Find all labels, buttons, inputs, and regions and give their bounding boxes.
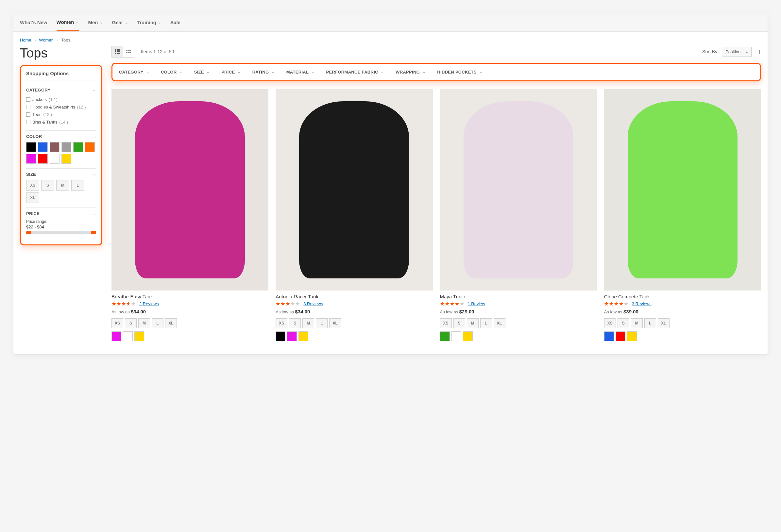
svg-rect-8 (118, 53, 120, 54)
color-swatch[interactable] (627, 331, 637, 341)
size-swatch[interactable]: L (480, 318, 492, 328)
sort-by-select[interactable]: Position (722, 47, 751, 57)
reviews-link[interactable]: 1 Review (468, 301, 485, 306)
color-swatch[interactable] (276, 331, 285, 341)
size-swatch[interactable]: XS (604, 318, 616, 328)
size-swatch[interactable]: S (453, 318, 465, 328)
size-swatch[interactable]: XS (26, 180, 39, 190)
color-swatch[interactable] (38, 142, 48, 152)
color-swatch[interactable] (50, 154, 59, 164)
product-name[interactable]: Chloe Compete Tank (604, 294, 761, 299)
category-option[interactable]: Bras & Tanks(14 ) (26, 118, 96, 126)
reviews-link[interactable]: 2 Reviews (139, 301, 159, 306)
chevron-down-icon: ⌄ (381, 70, 384, 74)
size-swatch[interactable]: M (302, 318, 314, 328)
size-swatch[interactable]: L (71, 180, 84, 190)
category-label: Bras & Tanks (32, 120, 57, 125)
hfilter-wrapping[interactable]: WRAPPING⌄ (396, 70, 425, 75)
hfilter-size[interactable]: SIZE⌄ (194, 70, 210, 75)
nav-item-training[interactable]: Training⌄ (137, 13, 161, 31)
hfilter-rating[interactable]: RATING⌄ (252, 70, 275, 75)
price-slider-handle-max[interactable] (91, 231, 96, 234)
hfilter-category[interactable]: CATEGORY⌄ (119, 70, 149, 75)
color-swatch[interactable] (26, 142, 36, 152)
view-mode-switcher (112, 46, 134, 57)
chevron-down-icon: ⌄ (158, 20, 161, 25)
product-name[interactable]: Maya Tunic (440, 294, 597, 299)
color-swatch[interactable] (61, 154, 71, 164)
size-swatch[interactable]: S (125, 318, 137, 328)
nav-item-sale[interactable]: Sale (170, 13, 180, 31)
color-swatch[interactable] (287, 331, 297, 341)
color-swatch[interactable] (85, 142, 95, 152)
hfilter-price[interactable]: PRICE⌄ (221, 70, 241, 75)
size-swatch[interactable]: S (618, 318, 629, 328)
size-swatch[interactable]: XL (165, 318, 177, 328)
size-swatch[interactable]: S (289, 318, 301, 328)
color-swatch[interactable] (134, 331, 144, 341)
category-option[interactable]: Jackets(12 ) (26, 96, 96, 103)
breadcrumb-home[interactable]: Home (20, 38, 31, 42)
product-image[interactable] (276, 89, 433, 291)
size-swatch[interactable]: S (41, 180, 54, 190)
category-option[interactable]: Hoodies & Sweatshirts(12 ) (26, 103, 96, 111)
size-swatch[interactable]: L (316, 318, 328, 328)
color-swatch[interactable] (38, 154, 48, 164)
chevron-up-icon: ︿ (92, 134, 96, 139)
color-swatch[interactable] (50, 142, 59, 152)
filter-toggle-category[interactable]: CATEGORY ︿ (26, 88, 96, 92)
color-swatch[interactable] (451, 331, 461, 341)
size-swatch[interactable]: XL (494, 318, 505, 328)
svg-rect-5 (118, 51, 120, 52)
color-swatch[interactable] (298, 331, 308, 341)
color-swatch[interactable] (616, 331, 625, 341)
filter-toggle-size[interactable]: SIZE ︿ (26, 172, 96, 177)
size-swatch[interactable]: M (138, 318, 150, 328)
size-swatch[interactable]: XL (329, 318, 341, 328)
hfilter-performance-fabric[interactable]: PERFORMANCE FABRIC⌄ (326, 70, 384, 75)
product-image[interactable] (112, 89, 269, 291)
hfilter-material[interactable]: MATERIAL⌄ (286, 70, 315, 75)
grid-view-button[interactable] (112, 46, 123, 57)
size-swatch[interactable]: XS (112, 318, 123, 328)
product-name[interactable]: Breathe-Easy Tank (112, 294, 269, 299)
price-slider[interactable] (26, 231, 96, 234)
sort-direction-button[interactable]: ↑ (758, 48, 761, 55)
size-swatch[interactable]: XL (658, 318, 669, 328)
product-image[interactable] (604, 89, 761, 291)
size-swatch[interactable]: XS (276, 318, 287, 328)
price-slider-handle-min[interactable] (26, 231, 31, 234)
filter-toggle-price[interactable]: PRICE ︿ (26, 211, 96, 216)
product-image[interactable] (440, 89, 597, 291)
size-swatch[interactable]: M (631, 318, 643, 328)
color-swatch[interactable] (463, 331, 473, 341)
list-view-button[interactable] (123, 46, 134, 57)
color-swatch[interactable] (61, 142, 71, 152)
nav-item-gear[interactable]: Gear⌄ (112, 13, 128, 31)
size-swatch[interactable]: L (152, 318, 163, 328)
hfilter-color[interactable]: COLOR⌄ (161, 70, 182, 75)
color-swatch[interactable] (123, 331, 133, 341)
size-swatch[interactable]: M (56, 180, 69, 190)
size-swatch[interactable]: XL (26, 192, 39, 203)
color-swatch[interactable] (73, 142, 83, 152)
category-option[interactable]: Tees(12 ) (26, 111, 96, 118)
color-swatch[interactable] (112, 331, 121, 341)
color-swatch[interactable] (604, 331, 614, 341)
nav-item-women[interactable]: Women⌄ (56, 13, 79, 31)
product-name[interactable]: Antonia Racer Tank (276, 294, 433, 299)
chevron-down-icon: ⌄ (479, 70, 482, 74)
color-swatch[interactable] (26, 154, 36, 164)
breadcrumb-women[interactable]: Women (39, 38, 54, 42)
size-swatch[interactable]: M (467, 318, 479, 328)
filter-toggle-color[interactable]: COLOR ︿ (26, 134, 96, 139)
nav-item-men[interactable]: Men⌄ (88, 13, 102, 31)
nav-item-what-s-new[interactable]: What's New (20, 13, 47, 31)
hfilter-hidden-pockets[interactable]: HIDDEN POCKETS⌄ (437, 70, 482, 75)
size-swatch[interactable]: XS (440, 318, 452, 328)
filter-label: SIZE (26, 172, 36, 177)
reviews-link[interactable]: 3 Reviews (632, 301, 652, 306)
reviews-link[interactable]: 3 Reviews (303, 301, 323, 306)
color-swatch[interactable] (440, 331, 450, 341)
size-swatch[interactable]: L (644, 318, 656, 328)
